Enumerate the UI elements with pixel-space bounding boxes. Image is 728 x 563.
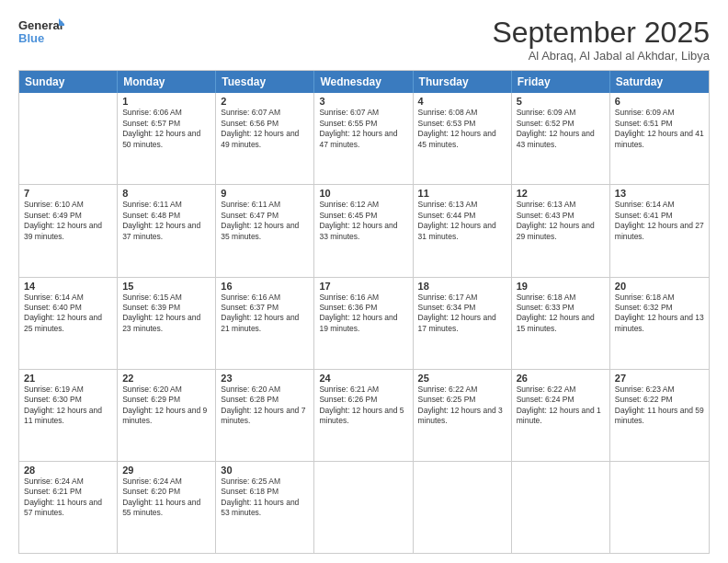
cal-cell: 9 Sunrise: 6:11 AMSunset: 6:47 PMDayligh… [216, 185, 314, 276]
month-title: September 2025 [492, 17, 710, 49]
cell-info: Sunrise: 6:24 AMSunset: 6:21 PMDaylight:… [24, 477, 112, 519]
day-number: 19 [517, 281, 605, 292]
day-number: 13 [615, 188, 704, 199]
cal-cell: 11 Sunrise: 6:13 AMSunset: 6:44 PMDaylig… [414, 185, 512, 276]
cal-cell: 8 Sunrise: 6:11 AMSunset: 6:48 PMDayligh… [118, 185, 216, 276]
day-number: 4 [418, 96, 506, 107]
cell-info: Sunrise: 6:09 AMSunset: 6:51 PMDaylight:… [615, 108, 704, 150]
page: General Blue September 2025 Al Abraq, Al… [0, 0, 728, 563]
cal-week-row: 14 Sunrise: 6:14 AMSunset: 6:40 PMDaylig… [19, 278, 709, 370]
day-number: 9 [221, 188, 309, 199]
logo-svg: General Blue [18, 17, 64, 48]
day-number: 3 [319, 96, 407, 107]
cal-week-row: 7 Sunrise: 6:10 AMSunset: 6:49 PMDayligh… [19, 185, 709, 277]
day-number: 29 [122, 465, 210, 476]
calendar-body: 1 Sunrise: 6:06 AMSunset: 6:57 PMDayligh… [19, 93, 709, 553]
cal-cell: 22 Sunrise: 6:20 AMSunset: 6:29 PMDaylig… [118, 370, 216, 461]
svg-text:Blue: Blue [18, 31, 44, 45]
cal-header-day: Wednesday [314, 71, 413, 93]
cal-cell: 19 Sunrise: 6:18 AMSunset: 6:33 PMDaylig… [512, 278, 610, 369]
day-number: 30 [221, 465, 309, 476]
cal-cell: 30 Sunrise: 6:25 AMSunset: 6:18 PMDaylig… [216, 462, 314, 553]
cell-info: Sunrise: 6:14 AMSunset: 6:40 PMDaylight:… [24, 293, 112, 335]
cal-cell: 15 Sunrise: 6:15 AMSunset: 6:39 PMDaylig… [118, 278, 216, 369]
cell-info: Sunrise: 6:07 AMSunset: 6:56 PMDaylight:… [221, 108, 309, 150]
cell-info: Sunrise: 6:08 AMSunset: 6:53 PMDaylight:… [418, 108, 506, 150]
header: General Blue September 2025 Al Abraq, Al… [18, 17, 710, 63]
day-number: 12 [517, 188, 605, 199]
cell-info: Sunrise: 6:22 AMSunset: 6:25 PMDaylight:… [418, 385, 506, 427]
cal-header-day: Tuesday [216, 71, 314, 93]
cell-info: Sunrise: 6:23 AMSunset: 6:22 PMDaylight:… [615, 385, 704, 427]
cell-info: Sunrise: 6:06 AMSunset: 6:57 PMDaylight:… [122, 108, 210, 150]
cal-cell: 3 Sunrise: 6:07 AMSunset: 6:55 PMDayligh… [314, 93, 413, 184]
day-number: 15 [122, 281, 210, 292]
day-number: 8 [122, 188, 210, 199]
cal-cell [414, 462, 512, 553]
cell-info: Sunrise: 6:18 AMSunset: 6:32 PMDaylight:… [615, 293, 704, 335]
cal-cell: 29 Sunrise: 6:24 AMSunset: 6:20 PMDaylig… [118, 462, 216, 553]
cell-info: Sunrise: 6:17 AMSunset: 6:34 PMDaylight:… [418, 293, 506, 335]
day-number: 26 [517, 373, 605, 384]
cal-cell: 13 Sunrise: 6:14 AMSunset: 6:41 PMDaylig… [610, 185, 709, 276]
day-number: 6 [615, 96, 704, 107]
cal-cell: 18 Sunrise: 6:17 AMSunset: 6:34 PMDaylig… [414, 278, 512, 369]
cell-info: Sunrise: 6:18 AMSunset: 6:33 PMDaylight:… [517, 293, 605, 335]
cell-info: Sunrise: 6:09 AMSunset: 6:52 PMDaylight:… [517, 108, 605, 150]
cell-info: Sunrise: 6:07 AMSunset: 6:55 PMDaylight:… [319, 108, 407, 150]
cal-cell: 23 Sunrise: 6:20 AMSunset: 6:28 PMDaylig… [216, 370, 314, 461]
day-number: 22 [122, 373, 210, 384]
cal-cell: 21 Sunrise: 6:19 AMSunset: 6:30 PMDaylig… [19, 370, 118, 461]
cal-cell: 24 Sunrise: 6:21 AMSunset: 6:26 PMDaylig… [314, 370, 413, 461]
cell-info: Sunrise: 6:22 AMSunset: 6:24 PMDaylight:… [517, 385, 605, 427]
day-number: 5 [517, 96, 605, 107]
cal-cell [314, 462, 413, 553]
calendar-header: SundayMondayTuesdayWednesdayThursdayFrid… [19, 71, 709, 93]
cal-cell: 27 Sunrise: 6:23 AMSunset: 6:22 PMDaylig… [610, 370, 709, 461]
cal-cell: 10 Sunrise: 6:12 AMSunset: 6:45 PMDaylig… [314, 185, 413, 276]
cell-info: Sunrise: 6:20 AMSunset: 6:29 PMDaylight:… [122, 385, 210, 427]
cell-info: Sunrise: 6:25 AMSunset: 6:18 PMDaylight:… [221, 477, 309, 519]
cal-cell: 16 Sunrise: 6:16 AMSunset: 6:37 PMDaylig… [216, 278, 314, 369]
cal-week-row: 21 Sunrise: 6:19 AMSunset: 6:30 PMDaylig… [19, 370, 709, 462]
cell-info: Sunrise: 6:24 AMSunset: 6:20 PMDaylight:… [122, 477, 210, 519]
cal-cell: 5 Sunrise: 6:09 AMSunset: 6:52 PMDayligh… [512, 93, 610, 184]
cal-cell: 20 Sunrise: 6:18 AMSunset: 6:32 PMDaylig… [610, 278, 709, 369]
day-number: 1 [122, 96, 210, 107]
cal-cell: 4 Sunrise: 6:08 AMSunset: 6:53 PMDayligh… [414, 93, 512, 184]
day-number: 21 [24, 373, 112, 384]
day-number: 11 [418, 188, 506, 199]
day-number: 7 [24, 188, 112, 199]
cal-header-day: Monday [118, 71, 216, 93]
calendar: SundayMondayTuesdayWednesdayThursdayFrid… [18, 70, 710, 554]
cal-header-day: Friday [512, 71, 610, 93]
cell-info: Sunrise: 6:16 AMSunset: 6:37 PMDaylight:… [221, 293, 309, 335]
cal-cell [19, 93, 118, 184]
cal-week-row: 28 Sunrise: 6:24 AMSunset: 6:21 PMDaylig… [19, 462, 709, 553]
cell-info: Sunrise: 6:20 AMSunset: 6:28 PMDaylight:… [221, 385, 309, 427]
location-subtitle: Al Abraq, Al Jabal al Akhdar, Libya [492, 49, 710, 63]
cal-cell: 14 Sunrise: 6:14 AMSunset: 6:40 PMDaylig… [19, 278, 118, 369]
cal-header-day: Sunday [19, 71, 118, 93]
day-number: 2 [221, 96, 309, 107]
cell-info: Sunrise: 6:19 AMSunset: 6:30 PMDaylight:… [24, 385, 112, 427]
cal-cell: 26 Sunrise: 6:22 AMSunset: 6:24 PMDaylig… [512, 370, 610, 461]
day-number: 25 [418, 373, 506, 384]
cell-info: Sunrise: 6:11 AMSunset: 6:48 PMDaylight:… [122, 200, 210, 242]
cell-info: Sunrise: 6:12 AMSunset: 6:45 PMDaylight:… [319, 200, 407, 242]
cell-info: Sunrise: 6:21 AMSunset: 6:26 PMDaylight:… [319, 385, 407, 427]
day-number: 23 [221, 373, 309, 384]
cal-cell [610, 462, 709, 553]
cal-week-row: 1 Sunrise: 6:06 AMSunset: 6:57 PMDayligh… [19, 93, 709, 185]
logo: General Blue [18, 17, 64, 48]
cell-info: Sunrise: 6:14 AMSunset: 6:41 PMDaylight:… [615, 200, 704, 242]
day-number: 28 [24, 465, 112, 476]
cell-info: Sunrise: 6:15 AMSunset: 6:39 PMDaylight:… [122, 293, 210, 335]
day-number: 18 [418, 281, 506, 292]
day-number: 16 [221, 281, 309, 292]
day-number: 10 [319, 188, 407, 199]
day-number: 17 [319, 281, 407, 292]
cell-info: Sunrise: 6:13 AMSunset: 6:44 PMDaylight:… [418, 200, 506, 242]
day-number: 14 [24, 281, 112, 292]
cell-info: Sunrise: 6:13 AMSunset: 6:43 PMDaylight:… [517, 200, 605, 242]
